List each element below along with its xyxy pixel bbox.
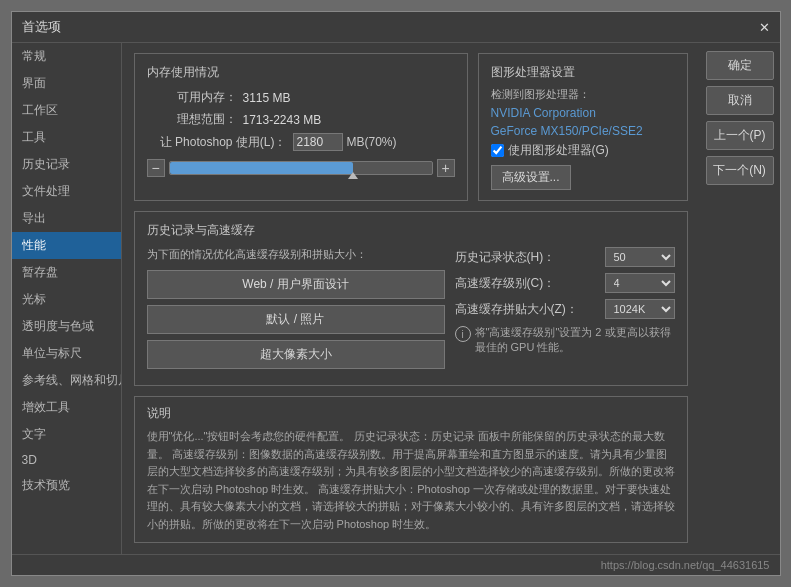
history-states-row: 历史记录状态(H)： 50 bbox=[455, 247, 675, 267]
history-states-select[interactable]: 50 bbox=[605, 247, 675, 267]
description-title: 说明 bbox=[147, 405, 675, 422]
sidebar-item[interactable]: 暂存盘 bbox=[12, 259, 121, 286]
gpu-section: 图形处理器设置 检测到图形处理器： NVIDIA Corporation GeF… bbox=[478, 53, 688, 201]
dialog-footer: https://blog.csdn.net/qq_44631615 bbox=[12, 554, 780, 575]
history-cache-section: 历史记录与高速缓存 为下面的情况优化高速缓存级别和拼贴大小： Web / 用户界… bbox=[134, 211, 688, 386]
ideal-label: 理想范围： bbox=[147, 111, 237, 128]
sidebar-item[interactable]: 透明度与色域 bbox=[12, 313, 121, 340]
sidebar-item[interactable]: 工作区 bbox=[12, 97, 121, 124]
cache-tile-select[interactable]: 1024K bbox=[605, 299, 675, 319]
history-cache-body: 为下面的情况优化高速缓存级别和拼贴大小： Web / 用户界面设计 默认 / 照… bbox=[147, 247, 675, 375]
gpu-info-text: 将"高速缓存级别"设置为 2 或更高以获得最佳的 GPU 性能。 bbox=[475, 325, 675, 355]
close-button[interactable]: ✕ bbox=[759, 21, 770, 34]
large-pixel-btn[interactable]: 超大像素大小 bbox=[147, 340, 445, 369]
memory-slider-thumb bbox=[348, 172, 358, 179]
ok-button[interactable]: 确定 bbox=[706, 51, 774, 80]
title-bar: 首选项 ✕ bbox=[12, 12, 780, 43]
hc-subtitle: 为下面的情况优化高速缓存级别和拼贴大小： bbox=[147, 247, 445, 262]
sidebar-item[interactable]: 参考线、网格和切片 bbox=[12, 367, 121, 394]
footer-link: https://blog.csdn.net/qq_44631615 bbox=[601, 559, 770, 571]
info-icon: i bbox=[455, 326, 471, 342]
sidebar-item[interactable]: 文件处理 bbox=[12, 178, 121, 205]
cache-levels-label: 高速缓存级别(C)： bbox=[455, 275, 556, 292]
next-button[interactable]: 下一个(N) bbox=[706, 156, 774, 185]
prev-button[interactable]: 上一个(P) bbox=[706, 121, 774, 150]
use-gpu-checkbox[interactable] bbox=[491, 144, 504, 157]
memory-section-title: 内存使用情况 bbox=[147, 64, 455, 81]
button-column: 确定 取消 上一个(P) 下一个(N) bbox=[700, 43, 780, 554]
memory-slider-fill bbox=[170, 162, 353, 174]
use-gpu-label: 使用图形处理器(G) bbox=[508, 142, 609, 159]
sidebar-item[interactable]: 导出 bbox=[12, 205, 121, 232]
description-section: 说明 使用"优化..."按钮时会考虑您的硬件配置。 历史记录状态：历史记录 面板… bbox=[134, 396, 688, 543]
sidebar-item[interactable]: 工具 bbox=[12, 124, 121, 151]
default-photo-btn[interactable]: 默认 / 照片 bbox=[147, 305, 445, 334]
sidebar: 常规界面工作区工具历史记录文件处理导出性能暂存盘光标透明度与色域单位与标尺参考线… bbox=[12, 43, 122, 554]
history-cache-title: 历史记录与高速缓存 bbox=[147, 222, 675, 239]
ideal-value: 1713-2243 MB bbox=[243, 113, 322, 127]
slider-increase-btn[interactable]: + bbox=[437, 159, 455, 177]
photoshop-value-input[interactable] bbox=[293, 133, 343, 151]
dialog-title: 首选项 bbox=[22, 18, 61, 36]
sidebar-item[interactable]: 技术预览 bbox=[12, 472, 121, 499]
sidebar-item[interactable]: 增效工具 bbox=[12, 394, 121, 421]
sidebar-item[interactable]: 单位与标尺 bbox=[12, 340, 121, 367]
cache-levels-row: 高速缓存级别(C)： 4 bbox=[455, 273, 675, 293]
preferences-dialog: 首选项 ✕ 常规界面工作区工具历史记录文件处理导出性能暂存盘光标透明度与色域单位… bbox=[11, 11, 781, 576]
gpu-info-row: i 将"高速缓存级别"设置为 2 或更高以获得最佳的 GPU 性能。 bbox=[455, 325, 675, 355]
sidebar-item[interactable]: 常规 bbox=[12, 43, 121, 70]
advanced-settings-btn[interactable]: 高级设置... bbox=[491, 165, 571, 190]
gpu-model: GeForce MX150/PCIe/SSE2 bbox=[491, 124, 675, 138]
history-states-label: 历史记录状态(H)： bbox=[455, 249, 556, 266]
gpu-section-title: 图形处理器设置 bbox=[491, 64, 675, 81]
available-label: 可用内存： bbox=[147, 89, 237, 106]
gpu-detect-label: 检测到图形处理器： bbox=[491, 87, 675, 102]
main-content: 内存使用情况 可用内存： 3115 MB 理想范围： 1713-2243 MB … bbox=[122, 43, 700, 554]
memory-slider-row: − + bbox=[147, 159, 455, 177]
web-ui-btn[interactable]: Web / 用户界面设计 bbox=[147, 270, 445, 299]
gpu-name: NVIDIA Corporation bbox=[491, 106, 675, 120]
cancel-button[interactable]: 取消 bbox=[706, 86, 774, 115]
memory-slider-track[interactable] bbox=[169, 161, 433, 175]
description-text: 使用"优化..."按钮时会考虑您的硬件配置。 历史记录状态：历史记录 面板中所能… bbox=[147, 428, 675, 534]
sidebar-item[interactable]: 3D bbox=[12, 448, 121, 472]
dialog-body: 常规界面工作区工具历史记录文件处理导出性能暂存盘光标透明度与色域单位与标尺参考线… bbox=[12, 43, 780, 554]
cache-levels-select[interactable]: 4 bbox=[605, 273, 675, 293]
photoshop-usage-row: 让 Photoshop 使用(L)： MB(70%) bbox=[147, 133, 455, 151]
sidebar-item[interactable]: 历史记录 bbox=[12, 151, 121, 178]
top-sections: 内存使用情况 可用内存： 3115 MB 理想范围： 1713-2243 MB … bbox=[134, 53, 688, 201]
sidebar-item[interactable]: 光标 bbox=[12, 286, 121, 313]
sidebar-item[interactable]: 界面 bbox=[12, 70, 121, 97]
use-gpu-row: 使用图形处理器(G) bbox=[491, 142, 675, 159]
available-memory-row: 可用内存： 3115 MB bbox=[147, 89, 455, 106]
ideal-range-row: 理想范围： 1713-2243 MB bbox=[147, 111, 455, 128]
sidebar-item[interactable]: 性能 bbox=[12, 232, 121, 259]
photoshop-pct: MB(70%) bbox=[347, 135, 397, 149]
slider-decrease-btn[interactable]: − bbox=[147, 159, 165, 177]
hc-right: 历史记录状态(H)： 50 高速缓存级别(C)： 4 高 bbox=[455, 247, 675, 375]
memory-section: 内存使用情况 可用内存： 3115 MB 理想范围： 1713-2243 MB … bbox=[134, 53, 468, 201]
available-value: 3115 MB bbox=[243, 91, 291, 105]
cache-tile-label: 高速缓存拼贴大小(Z)： bbox=[455, 301, 578, 318]
cache-tile-row: 高速缓存拼贴大小(Z)： 1024K bbox=[455, 299, 675, 319]
hc-left: 为下面的情况优化高速缓存级别和拼贴大小： Web / 用户界面设计 默认 / 照… bbox=[147, 247, 445, 375]
sidebar-item[interactable]: 文字 bbox=[12, 421, 121, 448]
photoshop-label: 让 Photoshop 使用(L)： bbox=[147, 134, 287, 151]
